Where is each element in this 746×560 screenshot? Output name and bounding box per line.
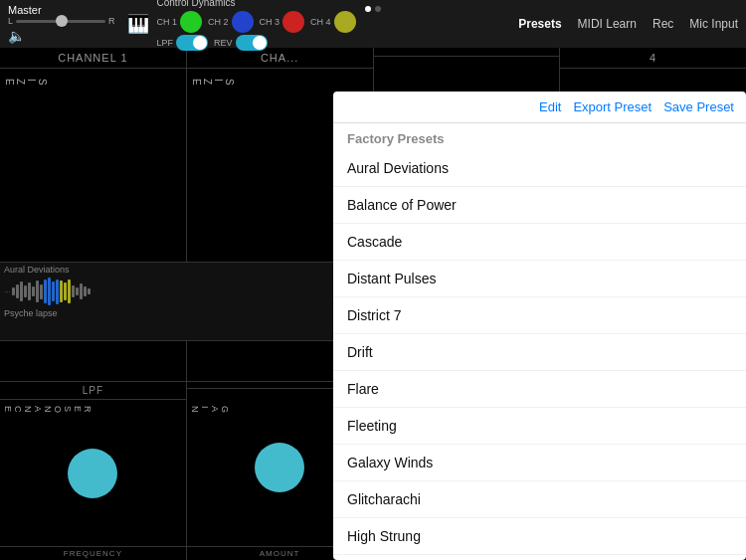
ch4-label: CH 4 [310,17,331,27]
lpf-toggle[interactable] [176,35,208,51]
save-preset-button[interactable]: Save Preset [663,99,734,114]
lpf-freq-label: FREQUENCY [0,546,186,560]
lpf-toggle-knob [193,36,207,50]
wave-bar [12,287,15,295]
resonance-label: RESONANCE [3,406,93,415]
wave-dots: ··· [4,287,11,296]
preset-item-distant-pulses[interactable]: Distant Pulses [333,261,746,297]
presets-dropdown: Edit Export Preset Save Preset Factory P… [333,92,746,560]
wave-bar [80,283,83,299]
wave-bar [32,286,35,296]
rev-toggle[interactable] [236,35,268,51]
channel-2-header: CHA... [187,48,373,69]
wave-bar-highlight [56,280,59,304]
lr-left-label: L [8,16,13,26]
lpf-toggle-item[interactable]: LPF [157,35,209,51]
ch3-label: CH 3 [260,17,280,27]
wave-bar [24,285,27,297]
gain-label: GAIN [190,406,230,415]
wave-bar-yellow [60,280,63,302]
rev-toggle-knob [253,36,267,50]
gain-knob-area[interactable] [255,389,304,546]
preset-item-howling-interference[interactable]: Howling Interference [333,555,746,560]
preset-item-high-strung[interactable]: High Strung [333,518,746,555]
preset-item-glitcharachi[interactable]: Glitcharachi [333,481,746,518]
volume-icon: 🔈 [8,28,115,44]
wave-bar [84,286,87,296]
wave-bar [36,280,39,302]
top-bar: Master L R 🔈 🎹 Control Dynamics CH 1 CH … [0,0,746,48]
preset-item-aural-deviations[interactable]: Aural Deviations [333,150,746,187]
size-label-1: SIZE [4,79,48,88]
mic-input-button[interactable]: Mic Input [689,17,738,31]
wave-bar [28,282,31,300]
lr-slider[interactable]: L R [8,16,115,26]
preset-item-balance-of-power[interactable]: Balance of Power [333,187,746,224]
ch2-label: CH 2 [208,17,229,27]
piano-icon[interactable]: 🎹 [127,13,149,35]
channel-2-item[interactable]: CH 2 [208,11,254,33]
volume-slider-thumb[interactable] [56,15,68,27]
wave-bar [16,284,19,298]
wave-bar [72,285,75,297]
rev-toggle-label: REV [214,38,233,48]
lpf-knob[interactable] [68,449,117,498]
ch2-dot[interactable] [232,11,254,33]
dot-1[interactable] [365,6,371,12]
factory-presets-header: Factory Presets [333,123,746,150]
midi-learn-button[interactable]: MIDI Learn [578,17,637,31]
lpf-knob-area[interactable] [68,400,117,546]
preset-item-drift[interactable]: Drift [333,334,746,371]
dot-2[interactable] [375,6,381,12]
preset-item-galaxy-winds[interactable]: Galaxy Winds [333,445,746,481]
rec-button[interactable]: Rec [653,17,673,31]
volume-slider-track[interactable] [16,20,105,23]
channel-3-header [374,48,560,57]
size-label-2: SIZE [191,79,235,88]
presets-list[interactable]: Factory Presets Aural Deviations Balance… [333,123,746,560]
top-bar-right: Presets MIDI Learn Rec Mic Input [518,17,738,31]
preset-item-flare[interactable]: Flare [333,371,746,408]
gain-knob[interactable] [255,443,304,492]
preset-item-district-7[interactable]: District 7 [333,297,746,334]
channel-4-item[interactable]: CH 4 [310,11,356,33]
master-section: Master L R 🔈 [8,4,115,44]
toggles-row: LPF REV [157,35,356,51]
preset-item-fleeting[interactable]: Fleeting [333,408,746,445]
rev-toggle-item[interactable]: REV [214,35,268,51]
export-preset-button[interactable]: Export Preset [573,99,652,114]
main-content: CHANNEL 1 SIZE FREQUENCY CHA... SIZE FRE… [0,48,746,560]
ch1-dot[interactable] [180,11,202,33]
channel-1-item[interactable]: CH 1 [157,11,203,33]
channels-row: CH 1 CH 2 CH 3 CH 4 [157,11,356,33]
lpf-toggle-label: LPF [157,38,174,48]
wave-bar [40,284,43,299]
wave-bar-highlight [48,278,51,305]
wave-bar-yellow [64,282,67,300]
wave-bar-yellow [68,280,71,303]
lower-ch-header-lpf: LPF [0,382,186,400]
wave-bar-highlight [44,280,47,303]
wave-bar-highlight [52,281,55,301]
channel-1-header: CHANNEL 1 [0,48,186,69]
wave-bar [20,281,23,301]
edit-button[interactable]: Edit [539,99,561,114]
wave-bar [88,288,91,294]
wave-bar [76,287,79,295]
ch1-label: CH 1 [157,17,178,27]
lr-right-label: R [108,16,115,26]
control-dynamics-label: Control Dynamics [157,0,356,8]
preset-item-cascade[interactable]: Cascade [333,224,746,261]
control-dynamics-section: Control Dynamics CH 1 CH 2 CH 3 CH 4 LPF [157,0,356,51]
ch4-dot[interactable] [334,11,356,33]
presets-button[interactable]: Presets [518,17,561,31]
ch3-dot[interactable] [282,11,304,33]
channel-4-header: 4 [560,48,746,69]
lower-channel-lpf: LPF RESONANCE FREQUENCY [0,382,187,560]
dots-indicator [365,6,381,12]
dropdown-toolbar: Edit Export Preset Save Preset [333,92,746,123]
channel-3-item[interactable]: CH 3 [260,11,305,33]
